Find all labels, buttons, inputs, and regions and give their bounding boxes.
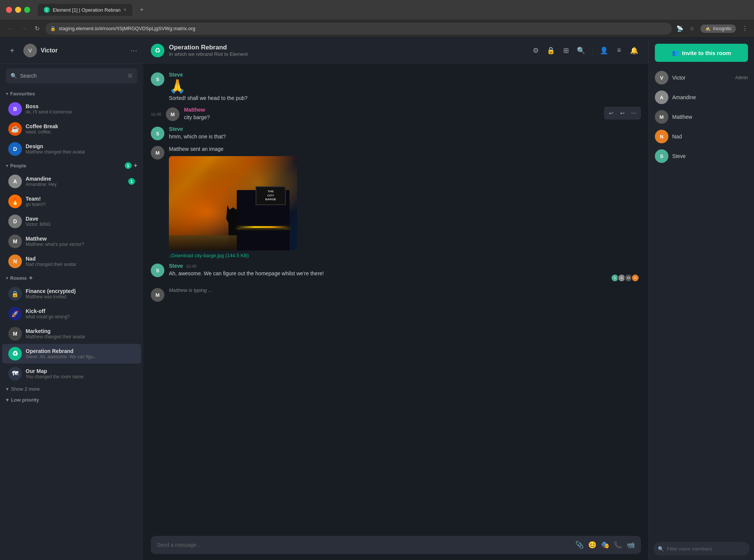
- member-item-nad[interactable]: N Nad: [653, 127, 749, 146]
- search-box[interactable]: 🔍 Search ⌘: [6, 68, 137, 83]
- msg-body-matthew2: Matthew sent an image THECITYBARGE: [169, 145, 641, 258]
- room-settings-btn[interactable]: ⚙: [529, 44, 543, 57]
- member-name-victor: Victor: [672, 75, 731, 81]
- voice-call-btn[interactable]: 📞: [614, 541, 622, 549]
- room-security-btn[interactable]: 🔒: [544, 44, 558, 57]
- invite-icon: 👥: [672, 49, 679, 56]
- room-item-amandine[interactable]: A Amandine Amandine: Hey 1: [2, 172, 141, 191]
- kickoff-preview: what could go wrong?: [26, 314, 135, 319]
- room-item-finance[interactable]: 🔒 Finance (encrypted) Matthew was invite…: [2, 284, 141, 304]
- room-item-matthew[interactable]: M Matthew Matthew: what's your vector?: [2, 232, 141, 251]
- nav-back-btn[interactable]: ←: [6, 24, 15, 34]
- browser-menu-btn[interactable]: ⋮: [742, 25, 748, 32]
- address-bar[interactable]: 🔒 staging.element.io/#/room/!ISjMRGQVDSp…: [46, 23, 672, 35]
- new-tab-btn[interactable]: +: [137, 5, 147, 15]
- messages-container[interactable]: S Steve 🙏 Sorted! shall we head to the p…: [143, 63, 648, 531]
- member-name-amandine: Amandine: [672, 94, 748, 100]
- room-item-rebrand[interactable]: ♻ Operation Rebrand Steve: Ah, awesome. …: [2, 344, 141, 364]
- notifications-btn[interactable]: 🔔: [627, 44, 641, 57]
- more-actions-btn[interactable]: ⋯: [629, 108, 639, 118]
- member-item-victor[interactable]: V Victor Admin: [653, 68, 749, 87]
- user-avatar[interactable]: V: [23, 44, 37, 57]
- amandine-name: Amandine: [26, 176, 124, 182]
- msg-body-steve3: Steve 16:48 Ah, awesome. We can figure o…: [169, 263, 641, 278]
- room-item-marketing[interactable]: M Marketing Matthew changed their avatar: [2, 324, 141, 344]
- sticker-btn[interactable]: 🎭: [601, 541, 609, 549]
- video-call-btn[interactable]: 📹: [627, 541, 635, 549]
- add-room-btn[interactable]: +: [29, 275, 32, 281]
- add-people-btn[interactable]: +: [134, 162, 137, 169]
- nad-name: Nad: [26, 256, 135, 262]
- msg-time-steve3: 16:48: [186, 264, 196, 268]
- close-window-btn[interactable]: [6, 7, 12, 13]
- ourmap-name: Our Map: [26, 368, 135, 374]
- member-avatar-matthew: M: [655, 110, 668, 124]
- maximize-window-btn[interactable]: [24, 7, 30, 13]
- reaction-avatar-4: N: [631, 274, 639, 282]
- show-more-btn[interactable]: ▾ Show 2 more: [0, 384, 143, 394]
- minimize-window-btn[interactable]: [15, 7, 21, 13]
- room-item-ourmap[interactable]: 🗺 Our Map You changed the room name: [2, 364, 141, 384]
- low-priority-section[interactable]: ▾ Low priority: [0, 394, 143, 405]
- member-avatar-steve: S: [655, 149, 668, 163]
- room-item-kickoff[interactable]: 🚀 Kick-off what could go wrong?: [2, 304, 141, 324]
- room-search-btn[interactable]: 🔍: [574, 44, 588, 57]
- sidebar-header: + V Victor ⋯: [0, 38, 143, 64]
- image-lights: [237, 226, 290, 228]
- msg-text-steve2: hmm, which one is that?: [169, 133, 641, 141]
- member-item-matthew[interactable]: M Matthew: [653, 107, 749, 127]
- attachment-btn[interactable]: 📎: [575, 541, 584, 549]
- tab-close-btn[interactable]: ×: [124, 7, 126, 12]
- bookmark-icon[interactable]: ☆: [690, 25, 694, 32]
- room-apps-btn[interactable]: ⊞: [559, 44, 573, 57]
- tab-favicon: E: [44, 7, 50, 13]
- browser-titlebar: E Element [1] | Operation Rebran × +: [0, 0, 754, 20]
- msg-download-btn[interactable]: ↓Download city-barge.jpg (144.5 KB): [169, 253, 641, 258]
- reply-btn[interactable]: ↩: [618, 108, 627, 118]
- filter-members-input[interactable]: 🔍 Filter room members: [653, 542, 749, 555]
- msg-avatar-steve2: S: [151, 127, 164, 140]
- room-item-boss[interactable]: B Boss ok, I'll send it tomorrow: [2, 99, 141, 119]
- search-icon: 🔍: [11, 73, 17, 79]
- message-input[interactable]: Send a message...: [157, 542, 572, 548]
- team-avatar: 🔥: [8, 195, 22, 208]
- low-priority-chevron: ▾: [6, 397, 9, 403]
- sign-text: THECITYBARGE: [265, 190, 276, 201]
- ourmap-avatar: 🗺: [8, 367, 22, 380]
- boss-avatar: B: [8, 102, 22, 116]
- msg-image-container[interactable]: THECITYBARGE: [169, 156, 641, 250]
- room-item-nad[interactable]: N Nad Nad changed their avatar: [2, 252, 141, 271]
- section-people[interactable]: ▾ People 1 +: [0, 159, 143, 171]
- sidebar-menu-btn[interactable]: ⋯: [130, 46, 137, 55]
- members-panel-btn[interactable]: 👤: [597, 44, 611, 57]
- react-btn[interactable]: ↩: [606, 108, 616, 118]
- low-priority-label: Low priority: [11, 397, 39, 403]
- msg-text-steve3: Ah, awesome. We can figure out the homep…: [169, 270, 641, 278]
- room-item-coffee[interactable]: ☕ Coffee Break need. coffee.: [2, 119, 141, 139]
- matthew-preview: Matthew: what's your vector?: [26, 242, 135, 247]
- section-favourites[interactable]: ▾ Favourites: [0, 88, 143, 99]
- msg-reactions: S A M N: [612, 274, 639, 282]
- cast-icon[interactable]: 📡: [676, 25, 684, 32]
- create-room-btn[interactable]: +: [6, 44, 18, 57]
- member-item-amandine[interactable]: A Amandine: [653, 87, 749, 107]
- nav-reload-btn[interactable]: ↻: [33, 23, 41, 34]
- matthew-avatar: M: [8, 235, 22, 248]
- room-item-design[interactable]: D Design Matthew changed their avatar: [2, 139, 141, 159]
- invite-btn[interactable]: 👥 Invite to this room: [655, 44, 748, 62]
- browser-tab[interactable]: E Element [1] | Operation Rebran ×: [38, 4, 132, 16]
- section-rooms[interactable]: ▾ Rooms +: [0, 272, 143, 284]
- room-item-team[interactable]: 🔥 Team! go team!!!: [2, 192, 141, 211]
- threads-btn[interactable]: ≡: [612, 44, 626, 57]
- emoji-btn[interactable]: 😊: [588, 541, 596, 549]
- rebrand-name: Operation Rebrand: [26, 348, 135, 354]
- msg-image[interactable]: THECITYBARGE: [169, 156, 297, 250]
- msg-hover-actions: ↩ ↩ ⋯: [604, 107, 641, 120]
- browser-chrome: E Element [1] | Operation Rebran × + ← →…: [0, 0, 754, 38]
- nav-forward-btn[interactable]: →: [20, 24, 29, 34]
- sidebar: + V Victor ⋯ 🔍 Search ⌘ ▾ Favourites B B…: [0, 38, 143, 560]
- room-item-dave[interactable]: D Dave Victor: BING: [2, 212, 141, 231]
- input-actions: 📎 😊 🎭 📞 📹: [575, 541, 635, 549]
- member-item-steve[interactable]: S Steve: [653, 146, 749, 166]
- invite-label: Invite to this room: [682, 50, 731, 56]
